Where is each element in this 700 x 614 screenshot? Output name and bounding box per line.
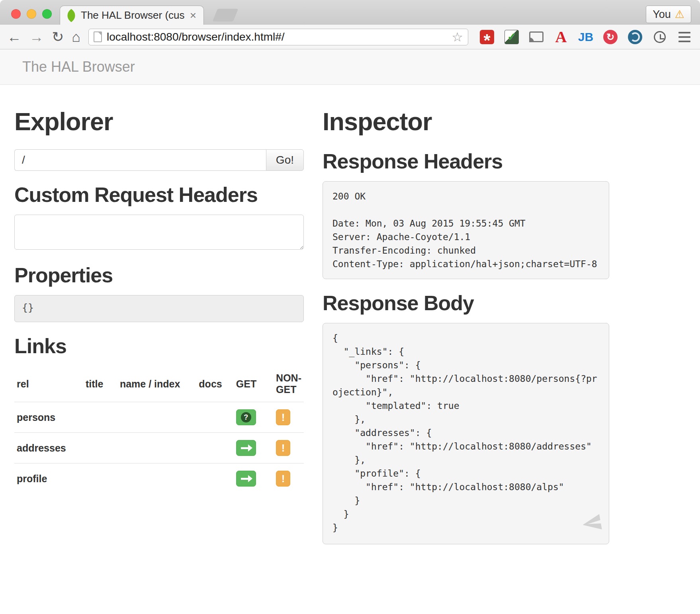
check-square: ✓	[504, 30, 519, 44]
links-table: rel title name / index docs GET NON-GET …	[14, 366, 304, 494]
get-button[interactable]	[236, 440, 256, 456]
spring-leaf-favicon	[65, 9, 78, 22]
links-col-rel: rel	[14, 366, 83, 402]
rel-label: persons	[17, 412, 55, 423]
response-body-title: Response Body	[323, 291, 609, 315]
page-content: Explorer Go! Custom Request Headers Prop…	[0, 85, 700, 544]
explorer-column: Explorer Go! Custom Request Headers Prop…	[14, 85, 304, 494]
response-headers-text: 200 OK Date: Mon, 03 Aug 2015 19:55:45 G…	[332, 190, 599, 271]
jb-glyph: JB	[578, 30, 593, 44]
rel-label: profile	[17, 473, 47, 484]
question-circle-icon	[241, 412, 251, 422]
custom-request-headers-textarea[interactable]	[14, 215, 304, 250]
warning-icon: ⚠	[675, 8, 684, 21]
site-brand: The HAL Browser	[22, 59, 135, 75]
back-button[interactable]: ←	[7, 30, 22, 44]
browser-tab[interactable]: The HAL Browser (customiz ×	[60, 6, 204, 25]
sync-glyph: ↻	[606, 31, 614, 43]
jetbrains-extension-icon[interactable]: JB	[577, 28, 594, 46]
response-headers-panel: 200 OK Date: Mon, 03 Aug 2015 19:55:45 G…	[323, 181, 609, 279]
sync-extension-icon[interactable]: ↻	[602, 28, 619, 46]
table-row: addresses	[14, 433, 304, 463]
window-zoom-button[interactable]	[42, 9, 52, 19]
links-col-get: GET	[234, 366, 274, 402]
new-tab-button[interactable]	[213, 9, 239, 22]
links-col-docs: docs	[196, 366, 234, 402]
blue-circle	[628, 30, 642, 44]
table-row: profile	[14, 463, 304, 494]
exclamation-icon	[282, 412, 285, 423]
forward-button[interactable]: →	[29, 30, 44, 44]
check-glyph: ✓	[507, 31, 516, 43]
table-row: persons	[14, 402, 304, 433]
cast-extension-icon[interactable]	[528, 28, 545, 46]
tab-close-icon[interactable]: ×	[189, 9, 197, 22]
lastpass-square: *	[480, 30, 494, 44]
reload-button[interactable]: ↻	[52, 30, 64, 44]
page-icon	[94, 31, 102, 42]
tab-title: The HAL Browser (customiz	[81, 9, 184, 22]
window-close-button[interactable]	[11, 9, 21, 19]
inspector-title: Inspector	[323, 107, 609, 136]
explorer-address-group: Go!	[14, 149, 304, 171]
custom-request-headers-title: Custom Request Headers	[14, 183, 304, 207]
response-headers-title: Response Headers	[323, 149, 609, 173]
response-body-text: { "_links": { "persons": { "href": "http…	[332, 331, 599, 534]
get-button[interactable]	[236, 471, 256, 487]
address-bar[interactable]: localhost:8080/browser/index.html#/ ☆	[88, 29, 468, 45]
properties-value-box: {}	[14, 295, 304, 322]
paper-plane-icon	[580, 511, 604, 535]
go-button[interactable]: Go!	[266, 149, 304, 171]
explorer-address-input[interactable]	[14, 149, 266, 171]
bookmark-star-icon[interactable]: ☆	[452, 29, 463, 45]
window-controls	[11, 9, 52, 19]
arrow-right-icon	[241, 478, 248, 480]
profile-you-button[interactable]: You ⚠	[646, 6, 691, 23]
non-get-button[interactable]	[276, 471, 290, 487]
clock-shape	[654, 31, 666, 43]
arrow-right-icon	[241, 447, 248, 449]
properties-title: Properties	[14, 263, 304, 287]
links-title: Links	[14, 334, 304, 358]
non-get-button[interactable]	[276, 409, 290, 425]
tab-strip: The HAL Browser (customiz × You ⚠	[0, 0, 700, 25]
links-col-title: title	[83, 366, 117, 402]
window-minimize-button[interactable]	[27, 9, 36, 19]
you-button-label: You	[653, 8, 671, 21]
explorer-title: Explorer	[14, 107, 304, 136]
non-get-button[interactable]	[276, 440, 290, 456]
exclamation-icon	[282, 473, 285, 485]
rel-label: addresses	[17, 442, 66, 454]
inspector-column: Inspector Response Headers 200 OK Date: …	[323, 85, 609, 544]
red-circle: ↻	[603, 30, 618, 44]
hamburger-icon	[678, 32, 690, 42]
adobe-extension-icon[interactable]: A	[553, 28, 569, 46]
checker-extension-icon[interactable]: ✓	[503, 28, 520, 46]
response-body-panel: { "_links": { "persons": { "href": "http…	[323, 323, 609, 544]
history-icon[interactable]	[651, 28, 668, 46]
get-button[interactable]	[236, 409, 256, 425]
browser-toolbar: ← → ↻ ⌂ localhost:8080/browser/index.htm…	[0, 25, 700, 49]
blue-app-extension-icon[interactable]	[627, 28, 643, 46]
lastpass-extension-icon[interactable]: *	[479, 28, 495, 46]
adobe-a-glyph: A	[555, 27, 567, 46]
links-col-name-index: name / index	[117, 366, 196, 402]
site-navbar: The HAL Browser	[0, 49, 700, 85]
exclamation-icon	[282, 442, 285, 454]
asterisk-glyph: *	[483, 31, 490, 51]
cast-screen-shape	[529, 31, 544, 42]
url-text[interactable]: localhost:8080/browser/index.html#/	[107, 31, 447, 43]
links-col-non-get: NON-GET	[274, 366, 304, 402]
home-button[interactable]: ⌂	[72, 30, 80, 44]
chrome-menu-button[interactable]	[676, 28, 693, 46]
